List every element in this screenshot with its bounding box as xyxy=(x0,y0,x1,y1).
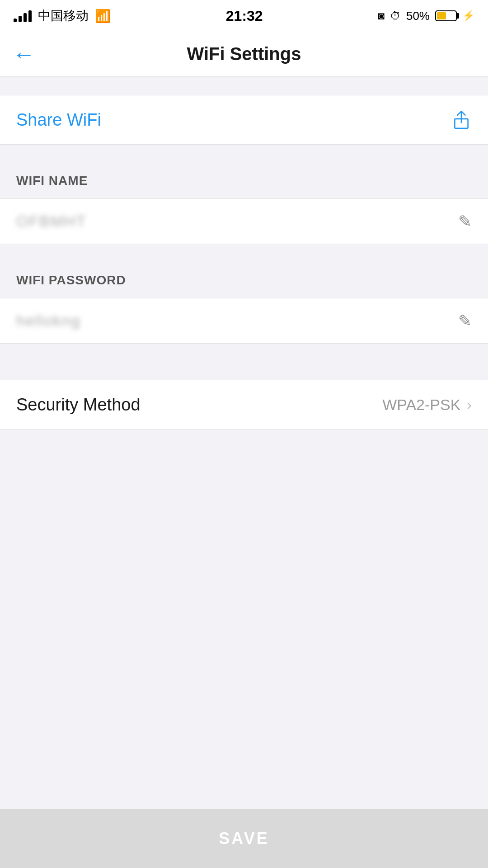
share-wifi-label: Share WiFi xyxy=(16,110,101,130)
status-left: 中国移动 📶 xyxy=(14,7,111,24)
charging-icon: ⚡ xyxy=(462,10,474,22)
carrier-label: 中国移动 xyxy=(38,7,89,24)
wifi-password-value: hellokng xyxy=(16,312,81,330)
back-arrow-icon: ← xyxy=(13,41,35,67)
save-button[interactable]: SAVE xyxy=(0,809,488,868)
battery-percent: 50% xyxy=(406,9,430,23)
section-gap-3 xyxy=(0,344,488,362)
chevron-right-icon: › xyxy=(467,396,472,413)
security-method-label: Security Method xyxy=(16,395,141,415)
wifi-name-edit-icon[interactable]: ✎ xyxy=(458,212,472,231)
section-gap-1 xyxy=(0,145,488,163)
alarm-icon: ⏱ xyxy=(390,9,401,22)
wifi-password-section-header: WIFI PASSWORD xyxy=(0,262,488,298)
wifi-name-field-row[interactable]: OFBMHT ✎ xyxy=(0,199,488,244)
page-title: WiFi Settings xyxy=(187,44,301,64)
share-icon xyxy=(451,109,472,130)
wifi-name-value: OFBMHT xyxy=(16,212,87,230)
security-method-value-group: WPA2-PSK › xyxy=(382,396,472,414)
share-wifi-row[interactable]: Share WiFi xyxy=(0,95,488,145)
security-method-row[interactable]: Security Method WPA2-PSK › xyxy=(0,380,488,429)
security-method-value: WPA2-PSK xyxy=(382,396,460,414)
status-bar: 中国移动 📶 21:32 ◙ ⏱ 50% ⚡ xyxy=(0,0,488,32)
section-gap-2 xyxy=(0,244,488,262)
battery-body xyxy=(435,10,457,21)
content-area: Share WiFi WIFI NAME OFBMHT ✎ WIFI PASSW… xyxy=(0,77,488,429)
lock-icon: ◙ xyxy=(378,9,385,22)
back-button[interactable]: ← xyxy=(13,41,35,67)
status-time: 21:32 xyxy=(226,8,263,24)
wifi-status-icon: 📶 xyxy=(95,9,111,24)
wifi-name-section-header: WIFI NAME xyxy=(0,163,488,199)
wifi-password-header-label: WIFI PASSWORD xyxy=(16,273,126,288)
battery-fill xyxy=(437,12,446,19)
signal-bars-icon xyxy=(14,9,32,22)
wifi-password-edit-icon[interactable]: ✎ xyxy=(458,311,472,330)
status-right: ◙ ⏱ 50% ⚡ xyxy=(378,9,474,23)
section-gap-4 xyxy=(0,362,488,380)
wifi-password-field-row[interactable]: hellokng ✎ xyxy=(0,298,488,344)
nav-bar: ← WiFi Settings xyxy=(0,32,488,77)
save-button-label: SAVE xyxy=(219,829,269,848)
top-gap xyxy=(0,77,488,95)
wifi-name-header-label: WIFI NAME xyxy=(16,174,88,188)
battery-indicator xyxy=(435,10,457,21)
